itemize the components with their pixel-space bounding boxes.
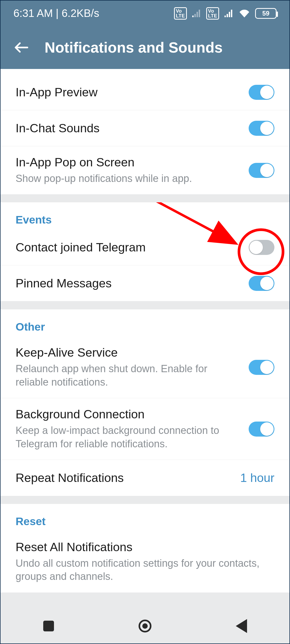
label-keep-alive: Keep-Alive Service <box>16 346 238 360</box>
label-bg-conn: Background Connection <box>16 407 238 421</box>
group-in-app: In-App Preview In-Chat Sounds In-App Pop… <box>1 69 289 194</box>
label-reset-all: Reset All Notifications <box>16 540 264 554</box>
pinned-messages-toggle[interactable] <box>249 276 274 291</box>
group-reset: Reset Reset All Notifications Undo all c… <box>1 504 289 592</box>
wifi-icon <box>238 9 250 18</box>
row-in-app-pop[interactable]: In-App Pop on Screen Show pop-up notific… <box>1 146 289 194</box>
row-contact-joined[interactable]: Contact joined Telegram <box>1 229 289 265</box>
row-keep-alive[interactable]: Keep-Alive Service Relaunch app when shu… <box>1 336 289 398</box>
circle-icon <box>139 620 151 632</box>
label-repeat: Repeat Notifications <box>16 471 229 485</box>
row-in-app-preview[interactable]: In-App Preview <box>1 74 289 110</box>
signal-1-icon <box>192 9 201 18</box>
label-in-app-pop: In-App Pop on Screen <box>16 155 238 169</box>
battery-icon: 59 <box>255 8 277 19</box>
settings-content: In-App Preview In-Chat Sounds In-App Pop… <box>1 69 289 609</box>
sub-bg-conn: Keep a low-impact background connection … <box>16 424 238 451</box>
bg-connection-toggle[interactable] <box>249 422 274 437</box>
status-time-net: 6:31 AM | 6.2KB/s <box>13 7 99 19</box>
row-repeat-notifications[interactable]: Repeat Notifications 1 hour <box>1 460 289 496</box>
screen: 6:31 AM | 6.2KB/s VoLTE VoLTE 59 Notific… <box>0 0 290 644</box>
section-header-events: Events <box>1 202 289 229</box>
nav-home-button[interactable] <box>118 615 172 637</box>
status-bar: 6:31 AM | 6.2KB/s VoLTE VoLTE 59 <box>1 1 289 26</box>
signal-2-icon <box>224 9 234 18</box>
volte-badge-2-icon: VoLTE <box>206 7 219 20</box>
row-in-chat-sounds[interactable]: In-Chat Sounds <box>1 110 289 146</box>
nav-back-button[interactable] <box>215 615 268 637</box>
label-in-chat-sounds: In-Chat Sounds <box>16 121 238 135</box>
contact-joined-toggle[interactable] <box>249 240 274 255</box>
value-repeat: 1 hour <box>240 471 274 485</box>
system-nav-bar <box>1 609 289 643</box>
in-app-preview-toggle[interactable] <box>249 85 274 100</box>
group-events: Events Contact joined Telegram Pinned Me… <box>1 202 289 301</box>
row-pinned-messages[interactable]: Pinned Messages <box>1 265 289 301</box>
in-app-pop-toggle[interactable] <box>249 163 274 178</box>
row-bg-connection[interactable]: Background Connection Keep a low-impact … <box>1 398 289 460</box>
label-in-app-preview: In-App Preview <box>16 85 238 99</box>
section-header-reset: Reset <box>1 504 289 531</box>
triangle-left-icon <box>236 619 247 633</box>
app-header: Notifications and Sounds <box>1 26 289 69</box>
square-icon <box>43 621 54 631</box>
sub-reset-all: Undo all custom notification settings fo… <box>16 557 264 583</box>
section-header-other: Other <box>1 309 289 336</box>
group-other: Other Keep-Alive Service Relaunch app wh… <box>1 309 289 496</box>
back-button[interactable] <box>13 39 30 56</box>
keep-alive-toggle[interactable] <box>249 360 274 375</box>
volte-badge-icon: VoLTE <box>174 7 187 20</box>
in-chat-sounds-toggle[interactable] <box>249 121 274 136</box>
page-title: Notifications and Sounds <box>45 39 223 56</box>
sub-keep-alive: Relaunch app when shut down. Enable for … <box>16 362 238 389</box>
sub-in-app-pop: Show pop-up notifications while in app. <box>16 172 238 185</box>
label-contact-joined: Contact joined Telegram <box>16 240 238 254</box>
label-pinned: Pinned Messages <box>16 276 238 290</box>
status-icons: VoLTE VoLTE 59 <box>174 7 277 20</box>
nav-recent-button[interactable] <box>22 615 75 637</box>
row-reset-all[interactable]: Reset All Notifications Undo all custom … <box>1 531 289 592</box>
arrow-left-icon <box>14 40 29 55</box>
